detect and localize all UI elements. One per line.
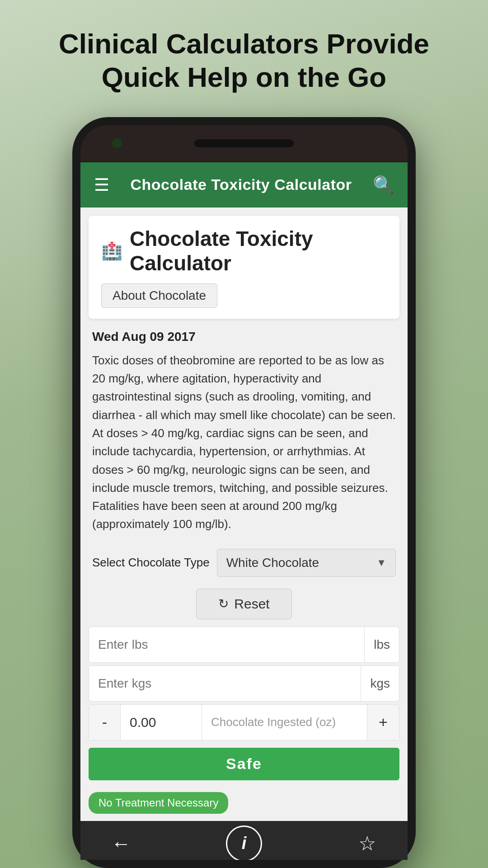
kgs-row: kgs (89, 665, 399, 702)
back-button[interactable]: ← (103, 826, 139, 860)
calc-icon: 🏥 (101, 241, 122, 261)
lbs-input[interactable] (89, 637, 364, 652)
star-button[interactable]: ☆ (349, 826, 385, 860)
info-icon: i (242, 834, 247, 853)
lbs-unit: lbs (364, 627, 399, 662)
lbs-row: lbs (89, 627, 399, 663)
card-title: Chocolate Toxicity Calculator (130, 226, 387, 275)
safe-label: Safe (226, 755, 262, 773)
oz-value-display: 0.00 (121, 705, 202, 740)
bottom-nav: ← i ☆ (80, 821, 408, 860)
reset-icon: ↻ (218, 596, 229, 611)
app-bar: ☰ Chocolate Toxicity Calculator 🔍 (80, 162, 408, 208)
chocolate-type-dropdown[interactable]: White Chocolate ▼ (217, 549, 396, 577)
content-area: Wed Aug 09 2017 Toxic doses of theobromi… (80, 319, 408, 544)
safe-bar: Safe (89, 748, 399, 780)
phone-speaker (194, 139, 294, 147)
app-bar-title: Chocolate Toxicity Calculator (131, 176, 352, 193)
phone-screen: ☰ Chocolate Toxicity Calculator 🔍 🏥 Choc… (80, 162, 408, 860)
oz-label: Chocolate Ingested (oz) (202, 705, 367, 740)
info-button[interactable]: i (226, 826, 262, 860)
description: Toxic doses of theobromine are reported … (92, 351, 396, 533)
oz-minus-button[interactable]: - (89, 705, 121, 740)
kgs-input[interactable] (89, 676, 361, 691)
camera-dot (112, 138, 122, 148)
calculator-card: 🏥 Chocolate Toxicity Calculator About Ch… (89, 216, 399, 319)
input-section: lbs kgs - 0.00 Chocolate Ingested (oz) + (80, 627, 408, 743)
phone-top-bar (80, 125, 408, 161)
menu-icon[interactable]: ☰ (94, 175, 109, 195)
reset-button[interactable]: ↻ Reset (196, 589, 291, 619)
headline: Clinical Calculators Provide Quick Help … (23, 0, 465, 117)
reset-row: ↻ Reset (80, 581, 408, 627)
kgs-unit: kgs (361, 666, 399, 701)
oz-plus-button[interactable]: + (367, 705, 399, 740)
chevron-down-icon: ▼ (376, 557, 386, 569)
phone-outer: ☰ Chocolate Toxicity Calculator 🔍 🏥 Choc… (72, 117, 416, 868)
oz-row: - 0.00 Chocolate Ingested (oz) + (89, 704, 399, 741)
selected-option: White Chocolate (226, 556, 319, 570)
select-label: Select Chocolate Type (92, 556, 210, 570)
select-row: Select Chocolate Type White Chocolate ▼ (80, 544, 408, 581)
about-button[interactable]: About Chocolate (101, 283, 217, 308)
date-display: Wed Aug 09 2017 (92, 330, 396, 344)
treatment-badge: No Treatment Necessary (89, 792, 228, 814)
treatment-section: No Treatment Necessary (80, 785, 408, 821)
search-icon[interactable]: 🔍 (373, 175, 394, 195)
